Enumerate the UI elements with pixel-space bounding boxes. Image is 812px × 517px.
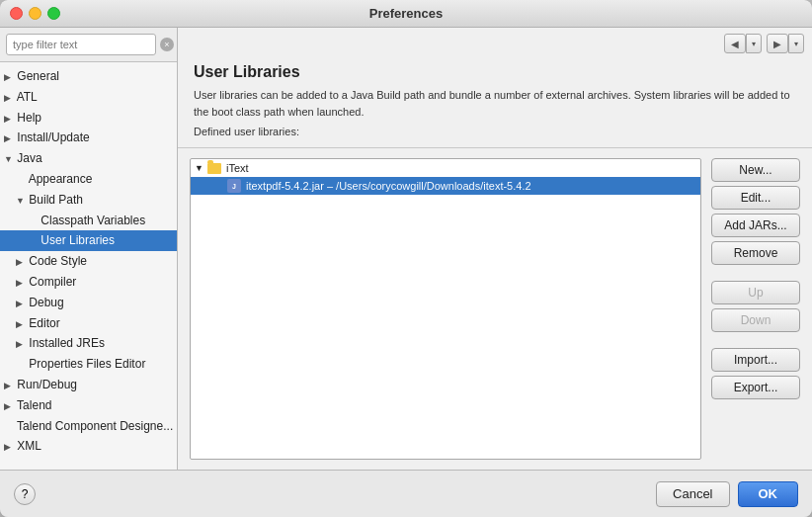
tree-item-debug[interactable]: ▶ Debug xyxy=(0,293,177,313)
bottom-bar: ? Cancel OK xyxy=(0,470,812,517)
tree-label-java: Java xyxy=(14,151,42,165)
section-label: Defined user libraries: xyxy=(194,126,796,137)
libraries-list: ▼iTextJitextpdf-5.4.2.jar – /Users/coryc… xyxy=(190,158,701,460)
tree-item-build-path[interactable]: ▼ Build Path xyxy=(0,190,177,211)
tree-item-appearance[interactable]: Appearance xyxy=(0,169,177,190)
tree-toggle-build-path: ▼ xyxy=(16,195,26,208)
tree-item-general[interactable]: ▶ General xyxy=(0,66,177,87)
import-button[interactable]: Import... xyxy=(711,348,800,372)
up-button[interactable]: Up xyxy=(711,281,800,304)
tree-item-properties-files-editor[interactable]: Properties Files Editor xyxy=(0,354,177,375)
ok-button[interactable]: OK xyxy=(738,481,799,507)
tree-item-run-debug[interactable]: ▶ Run/Debug xyxy=(0,375,177,395)
new-button[interactable]: New... xyxy=(711,158,800,182)
export-button[interactable]: Export... xyxy=(711,376,800,399)
tree-label-debug: Debug xyxy=(26,296,64,309)
forward-button[interactable]: ▶ xyxy=(767,34,788,53)
tree-label-help: Help xyxy=(14,111,41,125)
title-bar: Preferences xyxy=(0,0,812,28)
tree-label-general: General xyxy=(14,69,59,83)
tree-label-compiler: Compiler xyxy=(26,275,76,289)
tree-label-installed-jres: Installed JREs xyxy=(26,336,105,350)
lib-label-itext-lib: iText xyxy=(226,162,249,174)
tree-toggle-xml: ▶ xyxy=(4,441,14,454)
tree-toggle-install-update: ▶ xyxy=(4,132,14,145)
search-clear-button[interactable]: × xyxy=(160,38,174,51)
tree-label-properties-files-editor: Properties Files Editor xyxy=(26,357,145,371)
add-jars-button[interactable]: Add JARs... xyxy=(711,214,800,237)
tree-toggle-installed-jres: ▶ xyxy=(16,338,26,351)
remove-button[interactable]: Remove xyxy=(711,241,800,265)
tree-toggle-java: ▼ xyxy=(4,153,14,166)
tree-toggle-general: ▶ xyxy=(4,71,14,84)
tree-item-talend[interactable]: ▶ Talend xyxy=(0,395,177,416)
tree-label-atl: ATL xyxy=(14,90,38,104)
tree-item-installed-jres[interactable]: ▶ Installed JREs xyxy=(0,333,177,354)
right-top-area: ◀ ▾ ▶ ▾ xyxy=(178,28,812,53)
down-button[interactable]: Down xyxy=(711,308,800,332)
jar-icon: J xyxy=(226,179,242,193)
right-panel-wrapper: ◀ ▾ ▶ ▾ User Libraries User libraries ca… xyxy=(178,28,812,470)
help-button[interactable]: ? xyxy=(14,483,36,505)
window-title: Preferences xyxy=(369,6,443,21)
right-header: User Libraries User libraries can be add… xyxy=(178,53,812,148)
tree-item-talend-component-designer[interactable]: Talend Component Designe... xyxy=(0,416,177,437)
tree-label-user-libraries: User Libraries xyxy=(38,233,115,247)
search-input[interactable] xyxy=(6,34,156,55)
back-button[interactable]: ◀ xyxy=(724,34,746,53)
tree-item-compiler[interactable]: ▶ Compiler xyxy=(0,272,177,293)
tree-label-appearance: Appearance xyxy=(26,172,92,186)
folder-icon xyxy=(206,161,222,175)
bottom-right: Cancel OK xyxy=(656,481,798,507)
tree-toggle-code-style: ▶ xyxy=(16,256,26,269)
tree-label-talend-component-designer: Talend Component Designe... xyxy=(14,419,173,433)
left-panel: × ▶ General▶ ATL▶ Help▶ Install/Update▼ … xyxy=(0,28,178,470)
tree-toggle-help: ▶ xyxy=(4,113,14,126)
tree-label-talend: Talend xyxy=(14,398,51,412)
tree-toggle-debug: ▶ xyxy=(16,298,26,310)
tree-label-xml: XML xyxy=(14,439,41,453)
tree-item-install-update[interactable]: ▶ Install/Update xyxy=(0,128,177,148)
tree-label-install-update: Install/Update xyxy=(14,130,90,144)
lib-label-itext-jar: itextpdf-5.4.2.jar – /Users/corycowgill/… xyxy=(246,180,531,192)
tree-item-editor[interactable]: ▶ Editor xyxy=(0,313,177,334)
tree-item-xml[interactable]: ▶ XML xyxy=(0,436,177,457)
close-button[interactable] xyxy=(10,7,23,20)
tree-label-build-path: Build Path xyxy=(26,193,83,207)
page-title: User Libraries xyxy=(194,63,796,81)
tree-label-code-style: Code Style xyxy=(26,254,87,268)
lib-toggle-itext-lib: ▼ xyxy=(195,163,206,173)
minimize-button[interactable] xyxy=(29,7,41,20)
search-bar: × xyxy=(0,28,177,62)
tree-toggle-talend: ▶ xyxy=(4,400,14,413)
forward-dropdown[interactable]: ▾ xyxy=(788,34,804,53)
tree-item-help[interactable]: ▶ Help xyxy=(0,108,177,129)
page-description: User libraries can be added to a Java Bu… xyxy=(194,87,796,120)
tree-toggle-atl: ▶ xyxy=(4,92,14,105)
buttons-col: New... Edit... Add JARs... Remove Up Dow… xyxy=(711,158,800,460)
right-panel: User Libraries User libraries can be add… xyxy=(178,53,812,470)
tree-item-atl[interactable]: ▶ ATL xyxy=(0,87,177,108)
edit-button[interactable]: Edit... xyxy=(711,186,800,210)
tree-toggle-editor: ▶ xyxy=(16,318,26,331)
tree-container: ▶ General▶ ATL▶ Help▶ Install/Update▼ Ja… xyxy=(0,62,177,470)
main-content: × ▶ General▶ ATL▶ Help▶ Install/Update▼ … xyxy=(0,28,812,470)
maximize-button[interactable] xyxy=(47,7,60,20)
nav-arrows: ◀ ▾ ▶ ▾ xyxy=(724,34,804,53)
tree-label-editor: Editor xyxy=(26,316,60,330)
window-controls[interactable] xyxy=(10,7,60,20)
tree-item-classpath-variables[interactable]: Classpath Variables xyxy=(0,211,177,231)
lib-row-itext-jar[interactable]: Jitextpdf-5.4.2.jar – /Users/corycowgill… xyxy=(191,177,700,195)
tree-label-classpath-variables: Classpath Variables xyxy=(38,214,145,227)
tree-item-user-libraries[interactable]: User Libraries xyxy=(0,230,177,251)
lib-row-itext-lib[interactable]: ▼iText xyxy=(191,159,700,177)
libraries-section: ▼iTextJitextpdf-5.4.2.jar – /Users/coryc… xyxy=(190,158,701,460)
tree-item-code-style[interactable]: ▶ Code Style xyxy=(0,251,177,272)
cancel-button[interactable]: Cancel xyxy=(656,481,729,507)
right-body: ▼iTextJitextpdf-5.4.2.jar – /Users/coryc… xyxy=(178,148,812,470)
tree-toggle-compiler: ▶ xyxy=(16,277,26,290)
tree-toggle-run-debug: ▶ xyxy=(4,380,14,392)
back-dropdown[interactable]: ▾ xyxy=(746,34,762,53)
tree-item-java[interactable]: ▼ Java xyxy=(0,148,177,169)
tree-label-run-debug: Run/Debug xyxy=(14,378,77,391)
